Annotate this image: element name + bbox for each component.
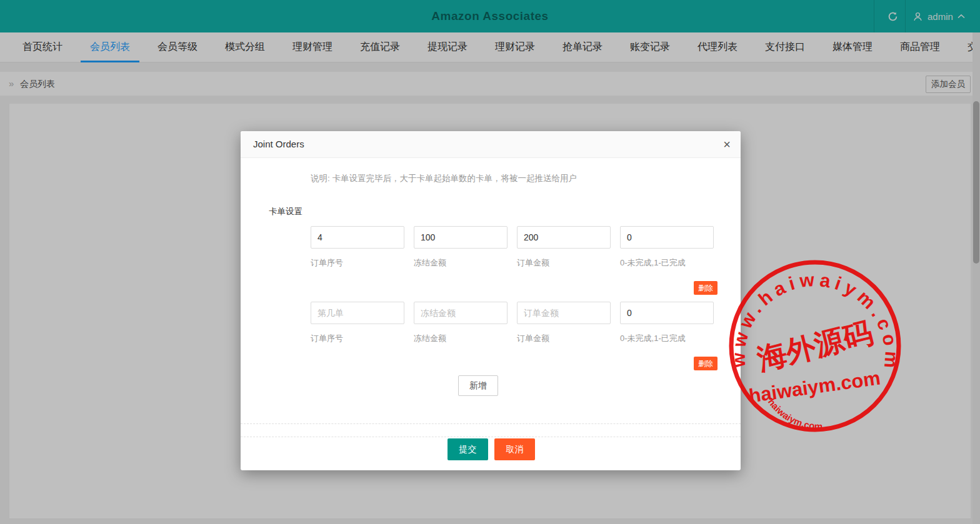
close-icon[interactable]: ×	[723, 137, 731, 152]
field-label: 冻结金额	[414, 333, 446, 344]
modal-title: Joint Orders	[253, 131, 304, 157]
card-order-field[interactable]	[414, 302, 508, 324]
card-order-field[interactable]	[620, 302, 714, 324]
dashed-divider	[241, 423, 741, 424]
card-order-field[interactable]	[311, 302, 404, 324]
field-label: 冻结金额	[414, 257, 446, 269]
card-order-field[interactable]	[517, 302, 611, 324]
add-row-button[interactable]: 新增	[458, 375, 498, 396]
submit-button[interactable]: 提交	[448, 438, 488, 460]
delete-row-button[interactable]: 删除	[694, 281, 718, 295]
field-label: 订单金额	[517, 333, 549, 344]
field-label: 0-未完成,1-已完成	[620, 333, 686, 344]
delete-row-button[interactable]: 删除	[694, 357, 718, 370]
dashed-divider	[241, 437, 741, 437]
modal-note: 说明: 卡单设置完毕后，大于卡单起始单数的卡单，将被一起推送给用户	[311, 173, 577, 184]
card-order-field[interactable]	[414, 226, 508, 249]
card-order-settings-label: 卡单设置	[269, 206, 302, 217]
field-label: 订单序号	[311, 257, 343, 269]
field-label: 订单序号	[311, 333, 343, 344]
field-label: 0-未完成,1-已完成	[620, 257, 686, 269]
joint-orders-modal: Joint Orders × 说明: 卡单设置完毕后，大于卡单起始单数的卡单，将…	[241, 131, 741, 470]
card-order-field[interactable]	[517, 226, 611, 249]
card-order-field[interactable]	[311, 226, 404, 249]
cancel-button[interactable]: 取消	[494, 438, 535, 460]
field-label: 订单金额	[517, 257, 549, 269]
card-order-field[interactable]	[620, 226, 714, 249]
modal-header: Joint Orders ×	[241, 131, 741, 158]
